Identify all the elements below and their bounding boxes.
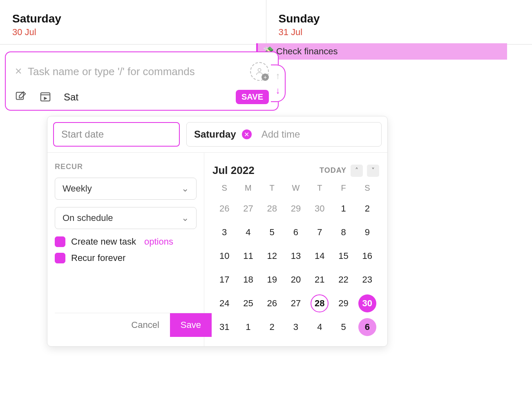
- calendar-day[interactable]: 18: [236, 268, 260, 292]
- due-date-display[interactable]: Saturday ✕ Add time: [186, 122, 382, 147]
- calendar-prev-icon[interactable]: ˄: [351, 165, 363, 177]
- recur-panel: RECUR Weekly ⌄ On schedule ⌄ Create new …: [47, 153, 204, 346]
- popover-footer: Cancel Save: [55, 313, 212, 336]
- calendar-day[interactable]: 20: [284, 268, 308, 292]
- calendar-dow: S: [212, 183, 236, 193]
- calendar-grid: 2627282930123456789101112131415161718192…: [212, 197, 379, 339]
- calendar-day[interactable]: 27: [284, 292, 308, 315]
- calendar-day[interactable]: 4: [236, 221, 260, 244]
- close-icon[interactable]: ✕: [15, 66, 22, 77]
- add-time-button[interactable]: Add time: [262, 129, 300, 140]
- calendar-day[interactable]: 4: [308, 315, 331, 339]
- calendar-day[interactable]: 29: [284, 197, 308, 221]
- recur-forever-label: Recur forever: [71, 253, 125, 263]
- calendar-header: Saturday 30 Jul Sunday 31 Jul: [0, 0, 532, 45]
- arrow-down-icon[interactable]: ↓: [276, 85, 280, 96]
- calendar-day[interactable]: 1: [236, 315, 260, 339]
- calendar-day[interactable]: 31: [212, 315, 236, 339]
- svg-point-0: [258, 69, 261, 71]
- calendar-next-icon[interactable]: ˅: [367, 165, 379, 177]
- calendar-day[interactable]: 3: [284, 315, 308, 339]
- day-date: 31 Jul: [279, 27, 520, 38]
- calendar-day[interactable]: 5: [260, 221, 284, 244]
- calendar-day[interactable]: 27: [236, 197, 260, 221]
- calendar-day[interactable]: 6: [355, 315, 379, 339]
- calendar-day[interactable]: 14: [308, 244, 331, 268]
- calendar-day[interactable]: 7: [308, 221, 331, 244]
- calendar-month-label: Jul 2022: [212, 164, 255, 177]
- calendar-day[interactable]: 21: [308, 268, 331, 292]
- plus-icon: +: [262, 74, 269, 81]
- calendar-week: 24252627282930: [212, 292, 379, 315]
- recur-frequency-select[interactable]: Weekly ⌄: [55, 178, 197, 200]
- calendar-day[interactable]: 22: [331, 268, 355, 292]
- calendar-dow: S: [355, 183, 379, 193]
- svg-rect-2: [41, 93, 50, 101]
- task-due-label[interactable]: Sat: [64, 91, 78, 103]
- calendar-day[interactable]: 13: [284, 244, 308, 268]
- calendar-day[interactable]: 29: [331, 292, 355, 315]
- calendar-dow: F: [331, 183, 355, 193]
- calendar-day[interactable]: 9: [355, 221, 379, 244]
- calendar-day[interactable]: 17: [212, 268, 236, 292]
- date-picker-icon[interactable]: [39, 90, 51, 104]
- calendar-day[interactable]: 28: [308, 292, 331, 315]
- calendar-panel: Jul 2022 TODAY ˄ ˅ SMTWTFS 2627282930123…: [204, 153, 387, 346]
- new-task-card: ✕ + Sat SAVE: [5, 51, 279, 111]
- task-reorder-bump: ↑ ↓: [271, 65, 286, 102]
- recur-forever-checkbox[interactable]: [55, 253, 65, 263]
- calendar-dow: M: [236, 183, 260, 193]
- calendar-dow-row: SMTWTFS: [212, 183, 379, 193]
- calendar-day[interactable]: 5: [331, 315, 355, 339]
- start-date-input[interactable]: [61, 129, 172, 140]
- calendar-day[interactable]: 10: [212, 244, 236, 268]
- calendar-day[interactable]: 23: [355, 268, 379, 292]
- clear-due-icon[interactable]: ✕: [242, 129, 252, 139]
- recur-forever-row: Recur forever: [55, 253, 197, 263]
- calendar-day[interactable]: 2: [260, 315, 284, 339]
- calendar-day[interactable]: 1: [331, 197, 355, 221]
- calendar-col-sunday[interactable]: Sunday 31 Jul: [266, 0, 532, 44]
- cancel-button[interactable]: Cancel: [128, 320, 162, 330]
- calendar-day[interactable]: 11: [236, 244, 260, 268]
- add-assignee-button[interactable]: +: [250, 62, 269, 81]
- chevron-down-icon: ⌄: [181, 213, 189, 223]
- calendar-day[interactable]: 6: [284, 221, 308, 244]
- calendar-day[interactable]: 19: [260, 268, 284, 292]
- calendar-event-check-finances[interactable]: 💸 Check finances: [256, 43, 507, 60]
- recur-options-link[interactable]: options: [144, 236, 173, 247]
- calendar-day[interactable]: 25: [236, 292, 260, 315]
- start-date-field[interactable]: [53, 122, 180, 147]
- calendar-col-saturday[interactable]: Saturday 30 Jul: [0, 0, 266, 44]
- calendar-day[interactable]: 24: [212, 292, 236, 315]
- calendar-day[interactable]: 2: [355, 197, 379, 221]
- calendar-dow: T: [308, 183, 331, 193]
- calendar-week: 262728293012: [212, 197, 379, 221]
- calendar-day[interactable]: 3: [212, 221, 236, 244]
- calendar-day[interactable]: 12: [260, 244, 284, 268]
- arrow-up-icon[interactable]: ↑: [276, 71, 280, 81]
- calendar-day[interactable]: 8: [331, 221, 355, 244]
- chevron-down-icon: ⌄: [181, 183, 189, 194]
- create-new-task-checkbox[interactable]: [55, 236, 65, 247]
- create-new-task-row: Create new task options: [55, 236, 197, 247]
- calendar-week: 31123456: [212, 315, 379, 339]
- day-name: Saturday: [12, 12, 254, 25]
- calendar-day[interactable]: 26: [212, 197, 236, 221]
- recur-mode-select[interactable]: On schedule ⌄: [55, 207, 197, 229]
- task-name-input[interactable]: [28, 65, 250, 78]
- today-button[interactable]: TODAY: [320, 166, 346, 175]
- recur-title: RECUR: [55, 163, 197, 171]
- save-task-button[interactable]: SAVE: [236, 90, 269, 104]
- create-new-task-label: Create new task: [71, 236, 136, 247]
- event-title: Check finances: [276, 46, 338, 57]
- day-date: 30 Jul: [12, 27, 254, 38]
- calendar-day[interactable]: 28: [260, 197, 284, 221]
- edit-icon[interactable]: [15, 90, 27, 104]
- calendar-day[interactable]: 30: [308, 197, 331, 221]
- calendar-day[interactable]: 16: [355, 244, 379, 268]
- calendar-day[interactable]: 30: [355, 292, 379, 315]
- calendar-day[interactable]: 15: [331, 244, 355, 268]
- date-recur-popover: Saturday ✕ Add time RECUR Weekly ⌄ On sc…: [47, 116, 388, 347]
- calendar-day[interactable]: 26: [260, 292, 284, 315]
